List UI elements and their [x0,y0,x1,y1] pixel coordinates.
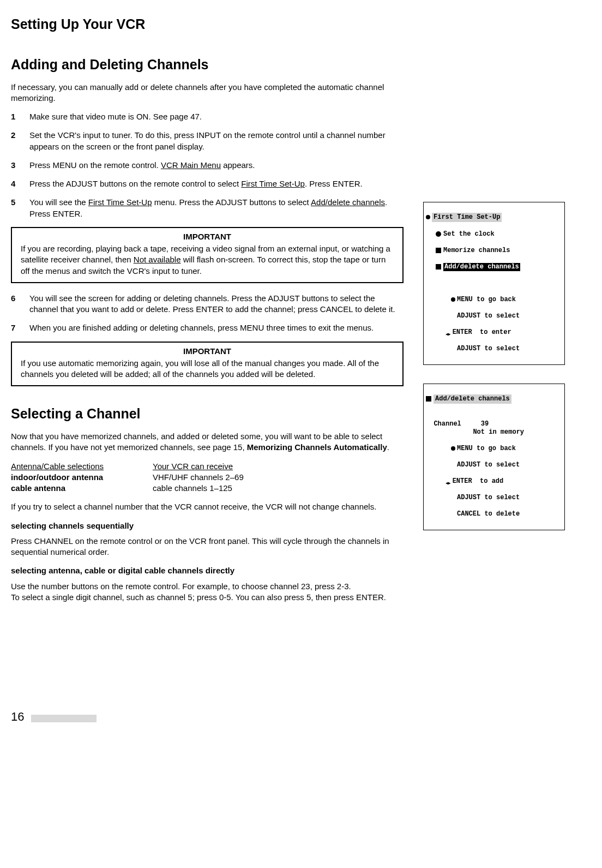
side-column: First Time Set-Up Set the clock Memorize… [423,50,565,549]
step-5: 5You will see the First Time Set-Up menu… [11,197,404,219]
important-body: If you use automatic memorizing again, y… [17,358,397,380]
table-row-1-col-1: indoor/outdoor antenna [11,472,153,483]
left-right-icon [446,330,451,334]
step-3: 3Press MENU on the remote control. VCR M… [11,160,404,171]
selecting-intro: Now that you have memorized channels, an… [11,431,404,453]
table-header-2: Your VCR can receive [153,461,404,472]
table-row-1-col-2: VHF/UHF channels 2–69 [153,472,404,483]
important-title: IMPORTANT [17,231,397,242]
page-number: 16 [11,710,24,723]
selecting-p2: If you try to select a channel number th… [11,501,404,512]
important-box-2: IMPORTANT If you use automatic memorizin… [11,342,404,387]
step-7: 7When you are finished adding or deletin… [11,322,404,333]
menu-icon [451,297,455,302]
page-footer: 16 [11,709,576,725]
intro-paragraph: If necessary, you can manually add or de… [11,82,404,104]
important-box-1: IMPORTANT If you are recording, playing … [11,227,404,283]
step-6: 6You will see the screen for adding or d… [11,293,404,315]
bullet-icon [426,215,430,219]
table-row-2-col-2: cable channels 1–125 [153,483,404,494]
table-header-1: Antenna/Cable selections [11,461,153,472]
memorize-icon [436,248,441,253]
main-column: Adding and Deleting Channels If necessar… [11,50,404,610]
clock-icon [436,231,441,237]
step-1: 1Make sure that video mute is ON. See pa… [11,111,404,122]
subheading-direct: selecting antenna, cable or digital cabl… [11,565,404,576]
menu-icon [451,446,455,451]
add-delete-icon [436,264,441,270]
table-row-2-col-1: cable antenna [11,483,153,494]
add-delete-icon [426,396,431,402]
page-title: Setting Up Your VCR [11,15,576,34]
antenna-cable-table: Antenna/Cable selections Your VCR can re… [11,461,404,494]
left-right-icon [446,479,451,483]
footer-bar [31,715,97,722]
step-4: 4Press the ADJUST buttons on the remote … [11,178,404,189]
subheading-sequential: selecting channels sequentially [11,520,404,531]
important-title: IMPORTANT [17,346,397,357]
section-heading-add-delete: Adding and Deleting Channels [11,56,404,74]
important-body: If you are recording, playing back a tap… [17,243,397,277]
selecting-p3: Press CHANNEL on the remote control or o… [11,536,404,558]
osd-first-time-setup: First Time Set-Up Set the clock Memorize… [423,202,565,365]
selecting-p4: Use the number buttons on the remote con… [11,581,404,603]
osd-add-delete-channels: Add/delete channels Channel 39 Not in me… [423,384,565,530]
section-heading-selecting: Selecting a Channel [11,405,404,423]
step-2: 2Set the VCR's input to tuner. To do thi… [11,130,404,152]
